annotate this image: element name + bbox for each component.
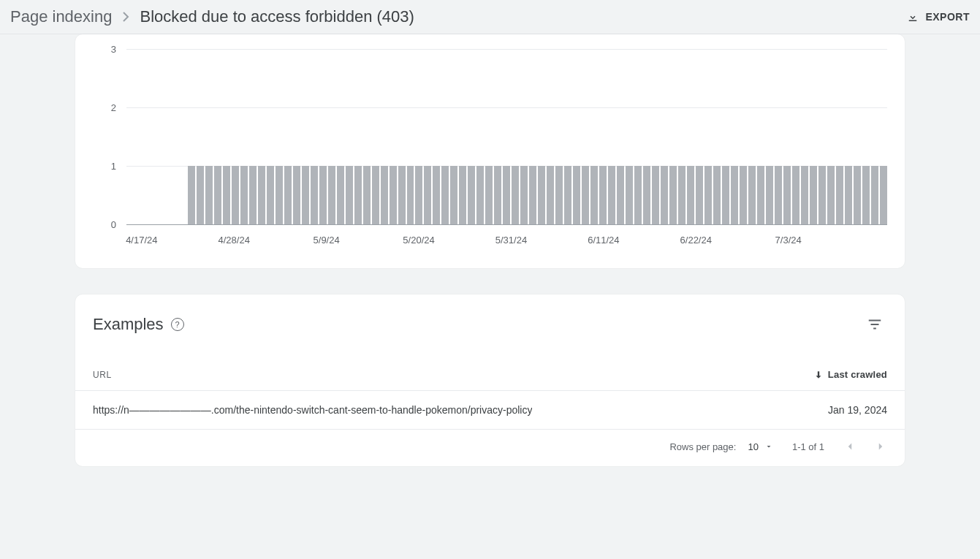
chart-bar[interactable]: [302, 166, 309, 224]
chart-bar[interactable]: [748, 166, 756, 224]
chart-bar[interactable]: [775, 166, 782, 224]
chart-bar[interactable]: [328, 166, 335, 224]
column-last-crawled[interactable]: Last crawled: [813, 369, 887, 380]
chart-bar[interactable]: [880, 166, 887, 224]
chart-bar[interactable]: [319, 166, 327, 224]
chart-bar[interactable]: [503, 166, 510, 224]
filter-icon[interactable]: [867, 316, 887, 332]
chart-bar[interactable]: [757, 166, 764, 224]
chart-bar[interactable]: [643, 166, 650, 224]
x-tick: 5/20/24: [403, 235, 434, 246]
chart-bar[interactable]: [827, 166, 835, 224]
chart-bar[interactable]: [267, 166, 274, 224]
chart-bar[interactable]: [713, 166, 721, 224]
chart-bar[interactable]: [214, 166, 221, 224]
x-tick: 7/3/24: [775, 235, 802, 246]
chart-bar[interactable]: [590, 166, 598, 224]
chart-bar[interactable]: [862, 166, 870, 224]
dropdown-icon: [764, 442, 773, 451]
chart-bar[interactable]: [415, 166, 422, 224]
chart-bar[interactable]: [276, 166, 283, 224]
chart-bar[interactable]: [661, 166, 668, 224]
chart-bar[interactable]: [608, 166, 615, 224]
chart-bar[interactable]: [626, 166, 633, 224]
chart-bar[interactable]: [223, 166, 230, 224]
chart-bar[interactable]: [293, 166, 300, 224]
chart-bar[interactable]: [494, 166, 501, 224]
chart-bar[interactable]: [476, 166, 484, 224]
chart-bar[interactable]: [801, 166, 808, 224]
chart-bar[interactable]: [818, 166, 826, 224]
chart-bar[interactable]: [512, 166, 519, 224]
chart-bar[interactable]: [485, 166, 493, 224]
chart-bar[interactable]: [372, 166, 379, 224]
chart-bar[interactable]: [617, 166, 624, 224]
chart-bar[interactable]: [424, 166, 431, 224]
export-label: EXPORT: [925, 11, 970, 23]
chart-bar[interactable]: [547, 166, 554, 224]
column-url[interactable]: URL: [93, 370, 112, 380]
chart-bar[interactable]: [468, 166, 475, 224]
chart-bar[interactable]: [810, 166, 817, 224]
export-button[interactable]: EXPORT: [906, 10, 970, 23]
chart-bar[interactable]: [555, 166, 563, 224]
chart-bar[interactable]: [520, 166, 528, 224]
chart-bar[interactable]: [783, 166, 791, 224]
chart-card: 0123 4/17/244/28/245/9/245/20/245/31/246…: [75, 34, 905, 268]
table-row[interactable]: https://n————————.com/the-nintendo-switc…: [75, 390, 905, 429]
chart-bar[interactable]: [538, 166, 545, 224]
chart-bar[interactable]: [346, 166, 353, 224]
chart-bar[interactable]: [722, 166, 729, 224]
table-footer: Rows per page: 10 1-1 of 1: [75, 429, 905, 460]
row-url: https://n————————.com/the-nintendo-switc…: [93, 404, 532, 416]
chart-bar[interactable]: [582, 166, 589, 224]
prev-page-button[interactable]: [843, 440, 856, 453]
help-icon[interactable]: ?: [171, 318, 184, 331]
chart-bar[interactable]: [678, 166, 685, 224]
chart-bar[interactable]: [390, 166, 397, 224]
chart-bar[interactable]: [311, 166, 318, 224]
chart-bar[interactable]: [766, 166, 773, 224]
chart-bar[interactable]: [845, 166, 852, 224]
chart-bar[interactable]: [836, 166, 843, 224]
chart-bar[interactable]: [363, 166, 371, 224]
chart-bar[interactable]: [792, 166, 799, 224]
chart-bar[interactable]: [564, 166, 571, 224]
chart-bar[interactable]: [634, 166, 642, 224]
breadcrumb-root[interactable]: Page indexing: [10, 7, 112, 26]
chart-bar[interactable]: [669, 166, 677, 224]
chart-bar[interactable]: [459, 166, 466, 224]
table-header: URL Last crawled: [75, 347, 905, 390]
chevron-right-icon: [122, 12, 129, 22]
chart-bar[interactable]: [599, 166, 607, 224]
chart-bar[interactable]: [854, 166, 861, 224]
chart-bar[interactable]: [284, 166, 292, 224]
chart-bar[interactable]: [529, 166, 536, 224]
chart-bar[interactable]: [258, 166, 265, 224]
chart-bar[interactable]: [441, 166, 449, 224]
chart-bar[interactable]: [704, 166, 712, 224]
chart-bar[interactable]: [240, 166, 248, 224]
chart-bar[interactable]: [232, 166, 239, 224]
next-page-button[interactable]: [874, 440, 887, 453]
rows-per-page-select[interactable]: 10: [748, 441, 772, 452]
chart-bar[interactable]: [205, 166, 213, 224]
chart-bar[interactable]: [337, 166, 344, 224]
chart-bar[interactable]: [687, 166, 694, 224]
chart-bars: [126, 49, 887, 224]
chart-bar[interactable]: [573, 166, 580, 224]
chart-bar[interactable]: [381, 166, 388, 224]
chart-bar[interactable]: [249, 166, 257, 224]
chart-bar[interactable]: [407, 166, 414, 224]
chart-bar[interactable]: [398, 166, 406, 224]
chart-bar[interactable]: [696, 166, 703, 224]
chart-bar[interactable]: [731, 166, 738, 224]
chart-bar[interactable]: [450, 166, 457, 224]
chart-bar[interactable]: [433, 166, 440, 224]
chart-bar[interactable]: [197, 166, 204, 224]
chart-bar[interactable]: [652, 166, 659, 224]
chart-bar[interactable]: [354, 166, 362, 224]
chart-bar[interactable]: [871, 166, 878, 224]
chart-bar[interactable]: [188, 166, 195, 224]
chart-bar[interactable]: [740, 166, 747, 224]
